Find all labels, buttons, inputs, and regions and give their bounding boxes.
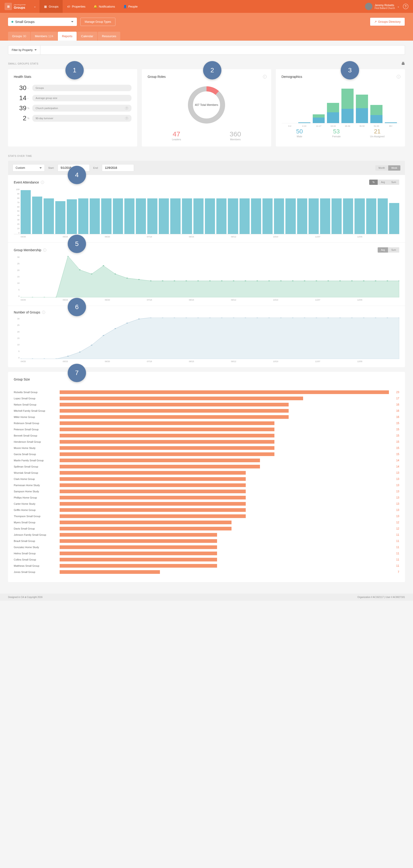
svg-point-24 bbox=[280, 280, 282, 281]
bar bbox=[60, 521, 232, 524]
tab-groups[interactable]: Groups30 bbox=[8, 32, 30, 41]
pct-toggle[interactable]: % bbox=[369, 180, 378, 185]
brand-text: planningcenter bbox=[14, 4, 26, 6]
svg-point-37 bbox=[44, 359, 45, 359]
svg-point-13 bbox=[150, 280, 152, 281]
bar bbox=[216, 198, 227, 234]
manage-types-button[interactable]: Manage Group Types bbox=[80, 18, 115, 26]
period-toggle: Month Week bbox=[375, 165, 401, 170]
user-org: First Ballard Church bbox=[375, 7, 395, 9]
filter-input[interactable] bbox=[40, 45, 405, 55]
person-icon: 👤 bbox=[123, 5, 127, 8]
groupsize-row: Miller Home Group16 bbox=[14, 415, 399, 419]
bar bbox=[228, 198, 238, 234]
footer-right: Organization # AC162117 | User # AC88271… bbox=[357, 596, 405, 598]
groupsize-row: Matthews Small Group11 bbox=[14, 564, 399, 568]
svg-point-18 bbox=[209, 280, 211, 281]
nav-notifications[interactable]: 🔔Notifications bbox=[90, 0, 119, 13]
groupsize-row: Griffin Home Group13 bbox=[14, 508, 399, 512]
demo-bar: 4-10 bbox=[298, 122, 310, 123]
svg-point-32 bbox=[375, 280, 377, 281]
end-date-input[interactable] bbox=[102, 164, 134, 172]
user-menu[interactable]: Jeremy Ricketts First Ballard Church ⌄ bbox=[365, 3, 400, 10]
svg-point-23 bbox=[269, 280, 270, 281]
svg-point-41 bbox=[91, 345, 93, 346]
bar bbox=[55, 201, 65, 234]
bar bbox=[60, 564, 217, 568]
bar bbox=[320, 198, 330, 234]
demographics-chart: 0-24-1011-1719-2426-3436-5051-6365+ bbox=[281, 84, 399, 123]
range-select[interactable]: Custom bbox=[12, 164, 45, 172]
tab-reports[interactable]: Reports bbox=[58, 32, 77, 41]
bar bbox=[78, 198, 88, 234]
avg-toggle[interactable]: Avg bbox=[378, 247, 388, 253]
bar bbox=[60, 502, 246, 506]
bar bbox=[60, 490, 246, 493]
bar bbox=[60, 546, 217, 549]
info-icon[interactable]: i bbox=[42, 311, 45, 314]
card-title: Demographics bbox=[281, 75, 399, 79]
chevron-down-icon: ⌄ bbox=[397, 5, 400, 8]
month-toggle[interactable]: Month bbox=[375, 165, 388, 170]
bar bbox=[60, 570, 160, 574]
app-switcher[interactable]: ⌄ bbox=[30, 5, 39, 8]
groupsize-row: Sampson Home Study13 bbox=[14, 490, 399, 493]
info-icon[interactable]: i bbox=[43, 248, 46, 252]
info-icon[interactable]: ? bbox=[125, 106, 128, 110]
group-type-selector[interactable]: Small Groups bbox=[8, 18, 77, 26]
bar bbox=[113, 198, 123, 234]
nav-people[interactable]: 👤People bbox=[119, 0, 142, 13]
tour-badge-1: 1 bbox=[65, 61, 84, 80]
tour-badge-2: 2 bbox=[203, 61, 221, 80]
help-button[interactable]: ? bbox=[403, 4, 408, 9]
sum-toggle[interactable]: Sum bbox=[388, 247, 399, 253]
bar bbox=[60, 397, 303, 400]
svg-point-12 bbox=[138, 279, 140, 280]
tab-members[interactable]: Members124 bbox=[31, 32, 57, 41]
bar bbox=[60, 434, 274, 437]
main-nav: ▦Groups 🏷Properties 🔔Notifications 👤Peop… bbox=[39, 0, 142, 13]
logo-icon: ▦ bbox=[5, 3, 12, 10]
svg-point-26 bbox=[304, 280, 305, 281]
svg-point-14 bbox=[162, 280, 163, 281]
filter-button[interactable]: Filter by Property bbox=[8, 45, 40, 55]
time-controls: Custom Start: End: Month Week bbox=[8, 161, 405, 175]
bar bbox=[263, 198, 273, 234]
svg-point-28 bbox=[328, 280, 329, 281]
logo[interactable]: ▦ planningcenter Groups bbox=[5, 3, 30, 10]
tab-calendar[interactable]: Calendar bbox=[77, 32, 98, 41]
bar bbox=[124, 198, 134, 234]
demo-bar: 51-63 bbox=[370, 105, 382, 123]
info-icon[interactable]: ? bbox=[125, 117, 128, 120]
bar bbox=[285, 198, 296, 234]
svg-point-19 bbox=[221, 280, 222, 281]
svg-point-27 bbox=[316, 280, 317, 281]
nav-properties[interactable]: 🏷Properties bbox=[63, 0, 90, 13]
info-icon[interactable]: i bbox=[263, 75, 267, 79]
groupsize-row: Peterson Small Group15 bbox=[14, 428, 399, 431]
print-button[interactable]: 🖶 bbox=[401, 62, 405, 66]
bar bbox=[60, 539, 217, 543]
unassigned-stat: 21Un-Assigned bbox=[370, 128, 384, 138]
week-toggle[interactable]: Week bbox=[388, 165, 401, 170]
demographics-card: Demographics i 0-24-1011-1719-2426-3436-… bbox=[276, 69, 405, 147]
bar bbox=[21, 190, 31, 234]
groupsize-row: Nelson Small Group16 bbox=[14, 403, 399, 406]
groupsize-row: Collins Small Group11 bbox=[14, 558, 399, 561]
info-icon[interactable]: i bbox=[41, 181, 44, 184]
attendance-chart: 1009080706050403020100 bbox=[14, 188, 399, 234]
svg-point-16 bbox=[185, 280, 187, 281]
info-icon[interactable]: i bbox=[397, 75, 401, 79]
metric-toggle: % Avg Sum bbox=[369, 180, 399, 185]
sum-toggle[interactable]: Sum bbox=[388, 180, 399, 185]
health-card: Health Stats 30–Groups14–Average group s… bbox=[8, 69, 137, 147]
content: Filter by Property SMALL GROUPS STATS 🖶 … bbox=[0, 41, 413, 587]
groupsize-row: Jones Small Group7 bbox=[14, 570, 399, 574]
groupsize-row: Clark Home Group13 bbox=[14, 477, 399, 481]
tab-resources[interactable]: Resources bbox=[98, 32, 120, 41]
svg-point-33 bbox=[387, 280, 388, 281]
avg-toggle[interactable]: Avg bbox=[378, 180, 388, 185]
groupsize-row: Robinson Small Group15 bbox=[14, 422, 399, 425]
directory-button[interactable]: ↗Groups Directory bbox=[370, 18, 405, 26]
nav-groups[interactable]: ▦Groups bbox=[39, 0, 63, 13]
